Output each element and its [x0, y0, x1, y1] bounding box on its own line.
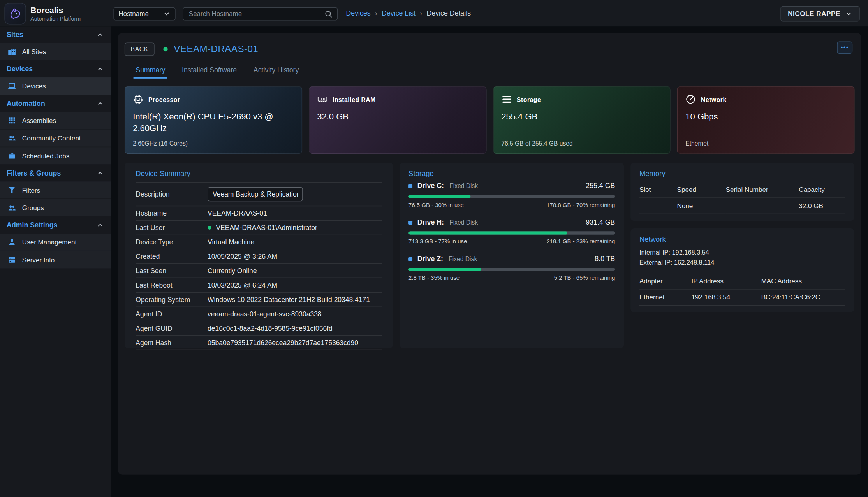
grid-icon [8, 116, 16, 125]
summary-row-agent-guid: Agent GUID de16c0c1-8aa2-4d18-9585-9ce91… [136, 321, 382, 336]
sidebar-section-admin-settings[interactable]: Admin Settings [0, 217, 111, 234]
back-button[interactable]: BACK [125, 42, 155, 56]
sidebar-item-server-info[interactable]: Server Info [0, 251, 111, 269]
more-actions-button[interactable]: ••• [837, 42, 852, 54]
user-name: NICOLE RAPPE [788, 10, 840, 18]
network-table: Adapter IP Address MAC Address Ethernet … [639, 273, 845, 305]
person-icon [8, 238, 16, 246]
drive-name: Drive Z: [417, 255, 443, 263]
device-summary-table: Description Hostname VEEAM-DRAAS-01 Last… [136, 182, 382, 350]
network-card-panel: Network Internal IP: 192.168.3.54 Extern… [630, 228, 854, 312]
description-input[interactable] [208, 187, 303, 201]
sidebar-item-groups[interactable]: Groups [0, 199, 111, 217]
gauge-icon [685, 94, 696, 105]
sidebar-item-label: Devices [22, 82, 46, 90]
sidebar-section-sites[interactable]: Sites [0, 26, 111, 43]
main-content: BACK VEEAM-DRAAS-01 ••• Summary Installe… [111, 26, 868, 497]
summary-value: veeam-draas-01-agent-svc-8930a338 [208, 310, 322, 318]
drive-size: 255.4 GB [586, 182, 615, 190]
storage-drives-card: Storage Drive C: Fixed Disk 255.4 GB 76.… [400, 163, 624, 348]
section-title: Sites [7, 31, 23, 39]
search-icon[interactable] [324, 10, 333, 18]
chevron-up-icon [96, 169, 104, 177]
summary-label: Agent ID [136, 310, 208, 318]
breadcrumb-device-list[interactable]: Device List [382, 9, 416, 17]
memory-col-capacity: Capacity [799, 182, 845, 198]
search-field-select[interactable]: Hostname [113, 7, 175, 20]
sidebar-item-label: All Sites [22, 48, 46, 56]
breadcrumb-separator: › [420, 9, 422, 17]
breadcrumb-devices[interactable]: Devices [346, 9, 370, 17]
drive-usage-fill [408, 268, 481, 271]
drive-type: Fixed Disk [449, 219, 478, 226]
drive-name: Drive C: [417, 182, 444, 190]
chevron-up-icon [96, 221, 104, 229]
network-col-ip: IP Address [692, 273, 761, 289]
sidebar-section-filters-groups[interactable]: Filters & Groups [0, 165, 111, 182]
chevron-up-icon [96, 65, 104, 73]
tab-installed-software[interactable]: Installed Software [175, 63, 243, 79]
tab-summary[interactable]: Summary [129, 63, 172, 79]
summary-label: Agent GUID [136, 325, 208, 332]
rabbit-logo-icon [8, 6, 23, 21]
summary-value: 10/05/2025 @ 3:26 AM [208, 253, 277, 260]
sidebar-item-all-sites[interactable]: All Sites [0, 43, 111, 61]
summary-row-os: Operating System Windows 10 2022 Datacen… [136, 293, 382, 307]
sidebar-item-community-content[interactable]: Community Content [0, 130, 111, 147]
memory-table: Slot Speed Serial Number Capacity None 3… [639, 182, 845, 214]
stat-title: Installed RAM [333, 96, 376, 103]
drive-usage-fill [408, 231, 567, 235]
stat-value: 10 Gbps [685, 111, 840, 123]
tab-activity-history[interactable]: Activity History [247, 63, 306, 79]
stat-cards: Processor Intel(R) Xeon(R) CPU E5-2690 v… [125, 86, 855, 154]
detail-columns: Device Summary Description Hostname VEEA… [125, 163, 855, 348]
drive-usage-bar [408, 231, 615, 235]
stat-footnote: 2.60GHz (16-Cores) [133, 140, 188, 147]
drive-usage-bar [408, 268, 615, 271]
summary-row-last-user: Last User VEEAM-DRAAS-01\Administrator [136, 221, 382, 235]
panel-header: BACK VEEAM-DRAAS-01 ••• [125, 41, 855, 58]
user-menu-button[interactable]: NICOLE RAPPE [781, 6, 860, 22]
chevron-up-icon [96, 100, 104, 107]
sidebar-item-user-management[interactable]: User Management [0, 234, 111, 251]
sidebar-item-devices[interactable]: Devices [0, 77, 111, 95]
drive-size: 931.4 GB [586, 219, 615, 227]
summary-row-device-type: Device Type Virtual Machine [136, 235, 382, 249]
stat-value: Intel(R) Xeon(R) CPU E5-2690 v3 @ 2.60GH… [133, 111, 288, 134]
memory-col-slot: Slot [639, 182, 677, 198]
memory-col-serial: Serial Number [726, 182, 799, 198]
summary-label: Last User [136, 224, 208, 232]
breadcrumb: Devices › Device List › Device Details [346, 0, 471, 26]
search-input[interactable] [188, 9, 324, 18]
summary-row-last-reboot: Last Reboot 10/03/2025 @ 6:24 AM [136, 278, 382, 293]
sidebar-section-devices[interactable]: Devices [0, 61, 111, 77]
sidebar-section-automation[interactable]: Automation [0, 95, 111, 112]
summary-label: Created [136, 253, 208, 260]
internal-ip: Internal IP: 192.168.3.54 [639, 248, 845, 258]
summary-value: Windows 10 2022 Datacenter 21H2 Build 20… [208, 296, 370, 304]
drive-used: 713.3 GB - 77% in use [408, 238, 467, 244]
people-icon [8, 204, 16, 212]
sidebar-item-label: Scheduled Jobs [22, 152, 69, 160]
device-details-panel: BACK VEEAM-DRAAS-01 ••• Summary Installe… [118, 33, 861, 474]
device-online-dot [163, 47, 167, 51]
stat-value: 255.4 GB [501, 111, 656, 123]
sidebar-item-filters[interactable]: Filters [0, 181, 111, 199]
summary-row-agent-id: Agent ID veeam-draas-01-agent-svc-8930a3… [136, 307, 382, 321]
section-title: Devices [7, 65, 33, 73]
drive-remaining: 178.8 GB - 70% remaining [546, 201, 615, 208]
network-col-adapter: Adapter [639, 273, 692, 289]
summary-label: Hostname [136, 209, 208, 217]
summary-row-created: Created 10/05/2025 @ 3:26 AM [136, 249, 382, 264]
sidebar-item-scheduled-jobs[interactable]: Scheduled Jobs [0, 147, 111, 165]
sidebar-item-assemblies[interactable]: Assemblies [0, 112, 111, 129]
memory-cell-serial [726, 197, 799, 214]
memory-cell-speed: None [677, 197, 726, 214]
section-title: Admin Settings [7, 221, 57, 229]
briefcase-icon [8, 152, 16, 160]
chevron-down-icon [163, 10, 171, 18]
drive-c: Drive C: Fixed Disk 255.4 GB 76.5 GB - 3… [408, 182, 615, 208]
app-window: Borealis Automation Platform Hostname De… [0, 0, 868, 497]
drive-bullet-icon [408, 220, 412, 224]
breadcrumb-current: Device Details [426, 9, 471, 17]
